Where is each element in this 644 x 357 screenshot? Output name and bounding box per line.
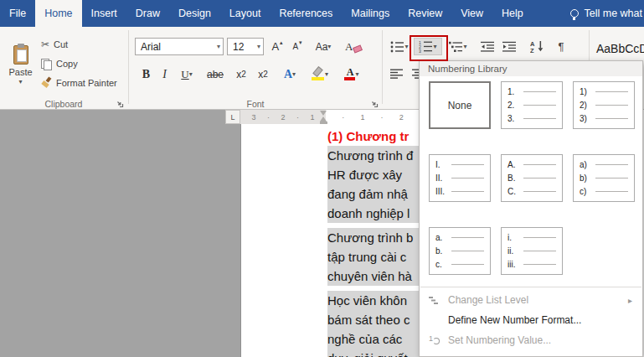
bullets-icon [390,41,404,53]
tab-layout[interactable]: Layout [220,0,270,27]
tab-review[interactable]: Review [399,0,451,27]
tab-selector[interactable]: L [225,110,240,124]
change-case-button[interactable]: Aa ▾ [310,38,337,55]
tab-design[interactable]: Design [169,0,220,27]
sort-button[interactable]: AZ [526,38,548,55]
align-left-icon [390,69,404,80]
document-heading[interactable]: (1) Chương tr [327,127,424,146]
paragraph-1[interactable]: Chương trình đHR được xâyđang đảm nhậdoa… [327,146,421,223]
text-line: bám sát theo c [327,310,421,329]
text-line: chuyên viên hà [327,266,421,286]
subscript-button[interactable]: x2 [231,65,251,84]
text-line: doanh nghiệp l [327,204,421,223]
copy-button[interactable]: Copy [41,55,78,72]
ruler-mark: · [342,113,344,122]
paragraph-2[interactable]: Chương trình btập trung cài cchuyên viên… [327,228,421,286]
svg-text:Z: Z [530,47,534,53]
dialog-launcher-icon [370,100,379,109]
callout-red-box [410,35,448,61]
clear-formatting-button[interactable]: A [342,38,363,55]
clipboard-dialog-launcher[interactable] [116,97,125,106]
tell-me-label: Tell me what [585,8,642,19]
menu-separator [420,287,641,287]
ruler-mark: 1 [310,113,314,122]
ruler-margin-marks: 3·2·1 [240,110,326,124]
tab-insert[interactable]: Insert [82,0,126,27]
menu-item-define-new-number-format[interactable]: Define New Number Format... [420,310,642,330]
multilevel-list-button[interactable]: ▾ [444,38,472,55]
ruler-mark: 3 [251,113,255,122]
clipboard-paste-icon [13,44,29,65]
shrink-font-button[interactable]: A ▾ [288,38,307,55]
tab-view[interactable]: View [451,0,492,27]
font-name-combo[interactable]: Arial ▾ [135,38,224,55]
show-formatting-marks-button[interactable]: ¶ [551,38,571,55]
group-divider [128,30,129,104]
ruler-active-marks: ·1·2 [326,110,420,124]
bullets-button[interactable]: ▾ [387,38,412,55]
clear-formatting-icon: A [345,40,360,54]
text-line: Chương trình b [327,228,421,247]
tab-file[interactable]: File [0,0,35,27]
sort-az-icon: AZ [530,40,544,53]
chevron-down-icon: ▾ [292,71,296,78]
decrease-indent-button[interactable] [477,38,497,55]
chevron-down-icon: ▾ [355,71,358,78]
style-preview-normal[interactable]: AaBbCcD [596,42,644,55]
numbering-option-4[interactable]: A.B.C. [501,154,563,202]
paste-button[interactable]: Paste ▾ [3,33,39,96]
font-color-icon: A [344,68,355,80]
numbering-option-2[interactable]: 1)2)3) [573,81,635,129]
paste-label: Paste [8,67,32,77]
set-numbering-value-icon [429,336,440,345]
decrease-indent-icon [481,41,495,53]
align-left-button[interactable] [387,65,407,84]
tab-references[interactable]: References [270,0,342,27]
numbering-option-6[interactable]: a.b.c. [429,227,491,275]
text-line: nghề của các [327,329,421,349]
paragraph-3[interactable]: Học viên khônbám sát theo cnghề của cácd… [327,291,421,357]
ruler-mark: · [267,113,270,122]
dropdown-menu: Change List Level▸Define New Number Form… [420,290,642,350]
copy-icon [41,59,52,70]
text-line: đang đảm nhậ [327,184,421,204]
font-size-value: 12 [233,41,244,53]
text-highlight-button[interactable]: ▾ [307,65,333,84]
bold-button[interactable]: B [137,65,155,84]
menu-item-label: Define New Number Format... [448,314,581,326]
tab-home[interactable]: Home [35,0,81,27]
font-color-button[interactable]: A ▾ [338,65,365,84]
ruler-mark: · [296,113,299,122]
text-line: Học viên khôn [327,291,421,310]
bold-icon: B [142,68,150,81]
numbering-option-5[interactable]: a)b)c) [573,154,635,202]
font-dialog-launcher[interactable] [370,97,379,106]
increase-indent-button[interactable] [499,38,519,55]
numbering-option-none[interactable]: None [429,81,491,129]
underline-button[interactable]: U ▾ [174,65,199,84]
shrink-font-letter: A [292,42,298,51]
numbering-option-1[interactable]: 1.2.3. [501,81,563,129]
first-line-indent-marker[interactable] [320,111,327,116]
numbering-option-3[interactable]: I.II.III. [429,154,491,202]
tab-draw[interactable]: Draw [126,0,169,27]
tab-help[interactable]: Help [492,0,533,27]
cut-label: Cut [54,39,68,49]
ribbon-tab-bar: FileHomeInsertDrawDesignLayoutReferences… [0,0,644,27]
tell-me-box[interactable]: Tell me what [570,0,644,27]
numbering-option-7[interactable]: i.ii.iii. [501,227,563,275]
font-group-label: Font [131,99,380,109]
strikethrough-button[interactable]: abe [203,65,228,84]
change-list-level-icon [429,296,440,305]
format-painter-button[interactable]: Format Painter [41,75,117,91]
text-line: duy, giải quyết [327,349,421,357]
italic-button[interactable]: I [157,65,173,84]
grow-font-button[interactable]: A ▴ [268,38,286,55]
text-effects-button[interactable]: A ▾ [278,65,301,84]
superscript-button[interactable]: x2 [253,65,273,84]
font-size-combo[interactable]: 12 ▾ [227,38,264,55]
ruler-mark: 1 [360,113,364,122]
cut-button[interactable]: ✂ Cut [41,36,68,53]
ruler-mark: · [381,113,384,122]
tab-mailings[interactable]: Mailings [342,0,399,27]
